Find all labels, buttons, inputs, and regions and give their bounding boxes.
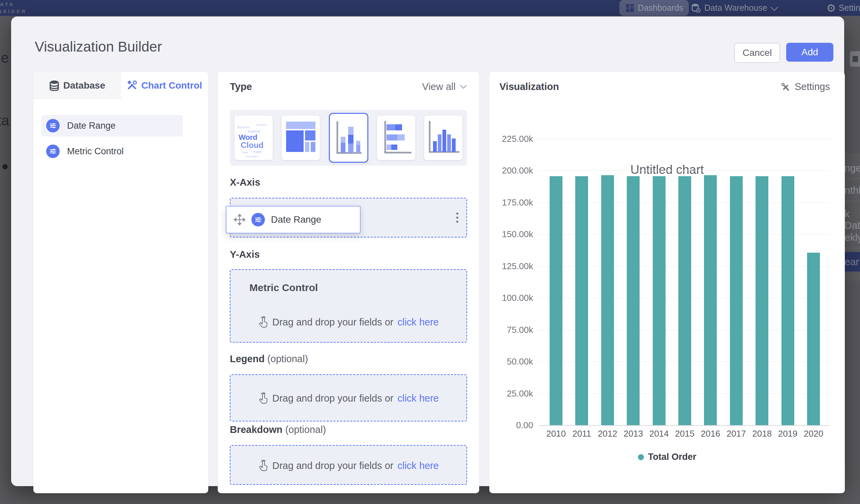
x-axis-heading: X-Axis — [230, 177, 260, 188]
click-here-link[interactable]: click here — [397, 317, 439, 328]
chart-type-column[interactable] — [424, 116, 462, 160]
view-all-dropdown[interactable]: View all — [422, 81, 467, 92]
background-menu-item: k Date — [845, 208, 860, 231]
bar-2010[interactable] — [550, 176, 562, 425]
svg-text:Keyword: Keyword — [248, 130, 260, 133]
field-item-label: Metric Control — [67, 146, 124, 157]
visualization-heading: Visualization — [499, 81, 559, 92]
chart-type-treemap[interactable] — [282, 116, 320, 160]
visualization-panel: Visualization Settings Untitled chart 0.… — [489, 72, 845, 493]
control-field-icon — [252, 213, 265, 226]
bar-2014[interactable] — [653, 176, 665, 425]
bar-2012[interactable] — [601, 175, 614, 425]
svg-text:Data: Data — [242, 151, 248, 154]
background-save-glyph — [852, 56, 858, 62]
y-axis-tick-label: 25.00k — [488, 388, 533, 399]
chevron-down-icon — [460, 85, 467, 89]
x-axis-tick-label: 2020 — [800, 429, 827, 439]
chart-type-stacked-column-selected[interactable] — [329, 113, 368, 163]
gridline — [539, 171, 829, 171]
chart-legend[interactable]: Total Order — [489, 452, 845, 462]
svg-text:Analytics: Analytics — [256, 123, 267, 126]
kebab-menu-icon[interactable] — [456, 213, 458, 223]
click-here-link[interactable]: click here — [397, 393, 439, 404]
click-here-link[interactable]: click here — [397, 460, 439, 471]
bar-2015[interactable] — [678, 176, 691, 425]
x-axis-tick-label: 2014 — [646, 429, 673, 439]
settings-tools-icon — [780, 82, 791, 92]
y-axis-tick-label: 100.00k — [488, 293, 533, 303]
x-axis-tick-label: 2017 — [723, 429, 750, 439]
legend-marker — [638, 454, 644, 460]
tab-database-label: Database — [63, 80, 105, 91]
bar-2016[interactable] — [704, 175, 717, 425]
settings-button[interactable]: Settings — [780, 81, 830, 92]
view-all-label: View all — [422, 81, 456, 92]
tools-icon — [127, 81, 137, 91]
nav-dashboards[interactable]: Dashboards — [619, 0, 689, 16]
legend-dropzone[interactable]: Drag and drop your fields or click here — [230, 374, 467, 421]
nav-data-warehouse[interactable]: Data Warehouse — [691, 0, 776, 16]
background-menu-divider — [844, 178, 860, 179]
dragged-field-card[interactable]: Date Range — [226, 206, 361, 233]
bar-2018[interactable] — [756, 176, 768, 425]
x-axis-dropzone[interactable]: Date Range — [230, 198, 467, 237]
chart-type-strip: Business Analytics Keyword Word Cloud Da… — [230, 110, 467, 166]
add-button[interactable]: Add — [786, 43, 833, 62]
bar-2011[interactable] — [575, 176, 588, 425]
svg-text:Business: Business — [237, 126, 250, 129]
breakdown-optional-label: (optional) — [285, 424, 326, 435]
tab-chart-control[interactable]: Chart Control — [121, 72, 208, 99]
legend-series-label: Total Order — [648, 452, 697, 462]
field-item-label: Date Range — [67, 120, 116, 131]
dashboards-icon — [625, 3, 634, 13]
breakdown-heading: Breakdown (optional) — [230, 424, 326, 435]
settings-label: Settings — [794, 81, 830, 92]
chart-type-word-cloud[interactable]: Business Analytics Keyword Word Cloud Da… — [234, 116, 273, 160]
control-field-icon — [46, 145, 60, 158]
drop-hint: Drag and drop your fields or click here — [230, 392, 467, 404]
screen: DATA INSIDER Dashboards Data Warehouse ⚙ — [0, 0, 860, 504]
cancel-button[interactable]: Cancel — [734, 43, 780, 63]
tap-hand-icon — [258, 392, 268, 404]
type-section-label: Type — [230, 81, 252, 92]
app-logo: DATA INSIDER — [0, 1, 27, 15]
drop-hint: Drag and drop your fields or click here — [230, 316, 467, 328]
bar-2019[interactable] — [782, 176, 794, 425]
legend-heading: Legend (optional) — [230, 354, 308, 364]
move-icon — [234, 214, 245, 226]
field-item-metric-control[interactable]: Metric Control — [41, 141, 183, 162]
field-item-date-range[interactable]: Date Range — [41, 115, 183, 136]
x-axis-tick-label: 2011 — [568, 429, 595, 439]
x-axis-tick-label: 2012 — [594, 429, 621, 439]
legend-optional-label: (optional) — [267, 354, 308, 364]
tap-hand-icon — [258, 460, 268, 471]
nav-settings-label: Settings — [839, 3, 860, 13]
tap-hand-icon — [258, 316, 268, 328]
gear-icon: ⚙ — [826, 3, 836, 13]
chart-type-stacked-bar[interactable] — [377, 116, 415, 160]
data-warehouse-icon — [691, 3, 701, 13]
y-axis-tick-label: 200.00k — [488, 165, 533, 176]
control-field-icon — [46, 119, 60, 132]
gridline — [539, 139, 829, 139]
y-axis-dropzone[interactable]: Metric Control Drag and drop your fields… — [230, 269, 467, 343]
background-text-fragment: ta — [0, 113, 9, 129]
y-axis-tick-label: 175.00k — [488, 198, 533, 208]
x-axis-tick-label: 2015 — [671, 429, 698, 439]
background-menu-divider — [844, 248, 860, 248]
bar-2020[interactable] — [807, 253, 820, 425]
background-menu-item: ear — [843, 252, 860, 272]
bar-2013[interactable] — [627, 176, 640, 425]
background-menu-item: ekly — [845, 232, 860, 243]
x-axis-tick-label: 2019 — [774, 429, 801, 439]
tab-database[interactable]: Database — [33, 72, 121, 99]
tab-chart-control-label: Chart Control — [141, 80, 202, 91]
database-icon — [49, 80, 59, 91]
background-bullet: ● — [1, 159, 9, 173]
y-axis-tick-label: 225.00k — [488, 134, 533, 144]
nav-settings[interactable]: ⚙ Settings — [826, 0, 860, 16]
breakdown-dropzone[interactable]: Drag and drop your fields or click here — [230, 445, 467, 485]
svg-text:Insight: Insight — [254, 150, 261, 153]
bar-2017[interactable] — [730, 176, 743, 425]
